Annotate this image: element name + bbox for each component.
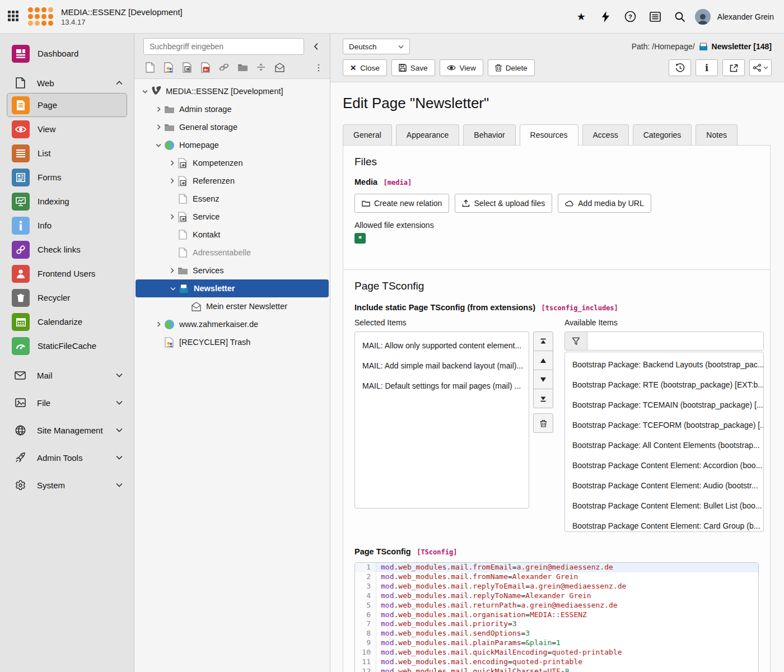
sidebar-item-calendarize[interactable]: Calendarize [7, 310, 127, 334]
clear-cache-bolt-icon[interactable] [596, 7, 615, 26]
tree-node-services[interactable]: Services [134, 262, 330, 279]
sidebar-section-file[interactable]: File [7, 393, 127, 413]
tree-node-homepage[interactable]: Homepage [134, 136, 330, 154]
new-mail-page-icon[interactable] [274, 62, 285, 73]
selected-item[interactable]: MAIL: Add simple mail backend layout (ma… [355, 356, 529, 376]
move-up-button[interactable] [533, 351, 553, 370]
new-mountpoint-icon[interactable] [200, 62, 211, 73]
tree-node-newsletter[interactable]: Newsletter [136, 279, 329, 297]
tab-behavior[interactable]: Behavior [463, 124, 515, 145]
new-page-icon[interactable] [144, 62, 156, 73]
app-grid-icon[interactable] [8, 11, 20, 23]
tree-node-mein-erster-newsletter[interactable]: Mein erster Newsletter [134, 297, 330, 315]
search-icon[interactable] [670, 7, 689, 26]
available-item[interactable]: Bootstrap Package Content Element: Audio… [565, 475, 763, 496]
selected-items-list[interactable]: MAIL: Allow only supported content eleme… [354, 332, 529, 508]
sidebar-section-mail[interactable]: Mail [7, 365, 127, 385]
tree-node-referenzen[interactable]: Referenzen [134, 172, 330, 190]
available-item[interactable]: Bootstrap Package: All Content Elements … [565, 435, 763, 455]
history-button[interactable] [669, 59, 691, 76]
tab-access[interactable]: Access [582, 124, 629, 145]
sidebar-section-web[interactable]: Web [7, 73, 127, 93]
help-icon[interactable]: ? [621, 7, 640, 26]
expand-toggle-icon[interactable] [168, 283, 178, 293]
selected-item[interactable]: MAIL: Allow only supported content eleme… [355, 335, 529, 356]
bookmark-star-icon[interactable]: ★ [572, 7, 591, 26]
breadcrumb-page[interactable]: Newsletter [148] [712, 42, 772, 51]
sidebar-item-info[interactable]: Info [7, 213, 127, 237]
view-button[interactable]: View [440, 59, 483, 76]
sidebar-item-forms[interactable]: Forms [7, 165, 127, 189]
info-button[interactable]: i [696, 59, 718, 76]
tab-categories[interactable]: Categories [633, 124, 692, 145]
opendocs-icon[interactable] [646, 7, 665, 26]
sidebar-item-page[interactable]: Page [7, 93, 127, 117]
save-button[interactable]: Save [391, 59, 435, 76]
user-name[interactable]: Alexander Grein [717, 12, 774, 21]
open-in-new-button[interactable] [722, 59, 745, 76]
available-item[interactable]: Bootstrap Package Content Element: Bulle… [565, 496, 763, 516]
new-spacer-icon[interactable] [255, 62, 267, 73]
sidebar-item-recycler[interactable]: Recycler [7, 286, 127, 310]
available-filter-input[interactable] [587, 332, 763, 350]
tab-general[interactable]: General [343, 124, 392, 145]
available-item[interactable]: Bootstrap Package: TCEMAIN (bootstrap_pa… [565, 395, 763, 415]
available-items-list[interactable]: Bootstrap Package: Backend Layouts (boot… [564, 352, 764, 532]
sidebar-section-system[interactable]: System [7, 475, 127, 495]
share-button[interactable] [749, 59, 772, 76]
available-item[interactable]: Bootstrap Package: RTE (bootstrap_packag… [565, 375, 763, 395]
sidebar-item-list[interactable]: List [7, 141, 127, 165]
tree-node-www-zahmerkaiser-de[interactable]: www.zahmerkaiser.de [134, 315, 330, 333]
available-item[interactable]: Bootstrap Package Content Element: Accor… [565, 455, 763, 475]
remove-selected-button[interactable] [533, 413, 553, 433]
selected-item[interactable]: MAIL: Default settings for mail pages (m… [355, 376, 529, 396]
tree-node-service[interactable]: Service [134, 208, 330, 226]
move-down-button[interactable] [533, 370, 553, 389]
tree-node-media-essenz-development[interactable]: MEDIA::ESSENZ [Development] [134, 82, 330, 100]
expand-toggle-icon[interactable] [140, 86, 150, 96]
move-to-top-button[interactable] [533, 332, 553, 351]
expand-toggle-icon[interactable] [153, 122, 164, 132]
sidebar-item-check-links[interactable]: Check links [7, 237, 127, 262]
language-select[interactable]: Deutsch [343, 39, 410, 54]
expand-toggle-icon[interactable] [153, 104, 164, 114]
user-avatar[interactable] [695, 9, 711, 25]
sidebar-item-view[interactable]: View [7, 117, 127, 141]
tree-node-recycler-trash[interactable]: [RECYCLER] Trash [134, 333, 330, 351]
expand-toggle-icon[interactable] [167, 212, 177, 222]
tree-search-input[interactable] [143, 38, 304, 55]
available-item[interactable]: Bootstrap Package: Backend Layouts (boot… [565, 354, 763, 375]
sidebar-section-admin-tools[interactable]: Admin Tools [7, 447, 127, 468]
new-folder-icon[interactable] [237, 62, 248, 73]
expand-toggle-icon[interactable] [153, 319, 164, 329]
new-link-icon[interactable] [218, 62, 230, 73]
tree-node-adressentabelle[interactable]: Adressentabelle [134, 244, 330, 262]
expand-toggle-icon[interactable] [153, 140, 164, 150]
tree-more-menu-icon[interactable]: ⋮ [314, 62, 323, 73]
tree-node-admin-storage[interactable]: Admin storage [134, 100, 330, 118]
create-relation-button[interactable]: Create new relation [354, 194, 449, 213]
tab-appearance[interactable]: Appearance [396, 124, 460, 145]
add-media-url-button[interactable]: Add media by URL [558, 194, 651, 213]
available-item[interactable]: Bootstrap Package: TCEFORM (bootstrap_pa… [565, 415, 763, 435]
sidebar-item-staticfilecache[interactable]: StaticFileCache [7, 334, 127, 358]
sidebar-section-site-management[interactable]: Site Management [7, 420, 127, 440]
tree-node-general-storage[interactable]: General storage [134, 118, 330, 136]
tsconfig-code-editor[interactable]: 1 mod.web_modules.mail.fromEmail=a.grein… [354, 562, 759, 672]
upload-files-button[interactable]: Select & upload files [455, 194, 552, 213]
sidebar-item-indexing[interactable]: Indexing [7, 189, 127, 213]
available-item[interactable]: Bootstrap Package Content Element: Card … [565, 516, 763, 532]
close-button[interactable]: ✕ Close [343, 59, 387, 76]
new-page-users-icon[interactable] [163, 62, 174, 73]
tab-notes[interactable]: Notes [696, 124, 738, 145]
expand-toggle-icon[interactable] [167, 265, 177, 276]
expand-toggle-icon[interactable] [167, 176, 177, 186]
expand-toggle-icon[interactable] [167, 158, 177, 168]
tab-resources[interactable]: Resources [520, 124, 578, 145]
delete-button[interactable]: Delete [488, 59, 535, 76]
sidebar-item-frontend-users[interactable]: Frontend Users [7, 262, 127, 286]
new-shortcut-icon[interactable] [181, 62, 193, 73]
tree-node-kontakt[interactable]: Kontakt [134, 226, 330, 244]
collapse-tree-icon[interactable] [309, 39, 323, 54]
tree-node-kompetenzen[interactable]: Kompetenzen [134, 154, 330, 172]
